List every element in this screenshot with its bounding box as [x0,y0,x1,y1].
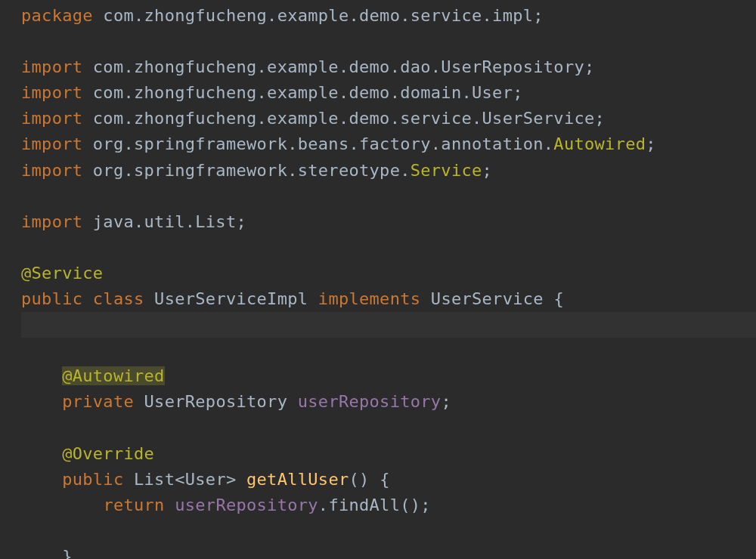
field-name: userRepository [298,392,442,411]
keyword-import: import [21,83,82,102]
code-line-annotation: @Autowired [21,366,165,385]
keyword-import: import [21,109,82,128]
semicolon: ; [646,134,656,153]
semicolon: ; [236,212,246,231]
keyword-implements: implements [318,289,420,308]
field-ref: userRepository [175,496,318,514]
code-line-import: import org.springframework.beans.factory… [21,134,656,153]
code-line-annotation: @Service [21,264,103,283]
interface-name: UserService [420,289,553,308]
code-line-method-decl: public List<User> getAllUser() { [21,470,390,489]
code-line-import: import java.util.List; [21,212,246,231]
brace-open: { [553,289,564,308]
annotation-service: @Service [21,264,103,283]
dot: . [318,496,329,514]
class-name: UserServiceImpl [144,289,318,308]
semicolon: ; [533,6,544,25]
keyword-import: import [21,134,82,153]
brace-open: { [380,470,390,489]
keyword-package: package [21,6,93,25]
package-path: com.zhongfucheng.example.demo.service.im… [93,6,533,25]
import-path: com.zhongfucheng.example.demo.dao.UserRe… [82,57,584,76]
keyword-public: public [62,470,123,489]
semicolon: ; [441,392,451,411]
code-line-annotation: @Override [21,444,154,463]
type-name: UserRepository [134,392,298,411]
import-path: org.springframework.stereotype. [82,161,410,180]
code-line-import: import com.zhongfucheng.example.demo.ser… [21,109,605,128]
indent [21,444,62,463]
code-line-import: import org.springframework.stereotype.Se… [21,161,492,180]
keyword-import: import [21,57,82,76]
brace-close: } [62,547,73,559]
cursor-line-highlight [21,312,756,338]
indent [21,547,62,559]
annotation-override: @Override [62,444,154,463]
annotation-autowired: @Autowired [62,366,164,385]
method-call: findAll [328,496,400,514]
code-line-import: import com.zhongfucheng.example.demo.dao… [21,57,595,76]
semicolon: ; [584,57,595,76]
keyword-import: import [21,161,82,180]
semicolon: ; [595,109,606,128]
code-line-class-decl: public class UserServiceImpl implements … [21,289,564,308]
call-end: (); [400,496,431,514]
code-line-package: package com.zhongfucheng.example.demo.se… [21,6,544,25]
indent [21,366,62,385]
import-path: com.zhongfucheng.example.demo.domain.Use… [82,83,513,102]
code-editor[interactable]: package com.zhongfucheng.example.demo.se… [0,3,756,559]
indent [21,392,62,411]
keyword-return: return [103,496,164,514]
angle-open: < [175,470,185,489]
code-line-brace: } [21,547,73,559]
semicolon: ; [513,83,523,102]
indent [21,470,62,489]
type-user: User [185,470,226,489]
space [236,470,246,489]
code-line-return: return userRepository.findAll(); [21,496,431,514]
indent [21,496,103,514]
space [165,496,175,514]
class-service: Service [411,161,482,180]
keyword-private: private [62,392,134,411]
keyword-class: class [82,289,144,308]
code-line-import: import com.zhongfucheng.example.demo.dom… [21,83,523,102]
params: () [349,470,380,489]
semicolon: ; [482,161,493,180]
method-name: getAllUser [246,470,349,489]
class-autowired: Autowired [553,134,646,153]
import-path: org.springframework.beans.factory.annota… [82,134,553,153]
import-path: java.util.List [82,212,236,231]
keyword-public: public [21,289,82,308]
type-list: List [123,470,175,489]
keyword-import: import [21,212,82,231]
import-path: com.zhongfucheng.example.demo.service.Us… [82,109,594,128]
code-line-field: private UserRepository userRepository; [21,392,451,411]
angle-close: > [226,470,237,489]
